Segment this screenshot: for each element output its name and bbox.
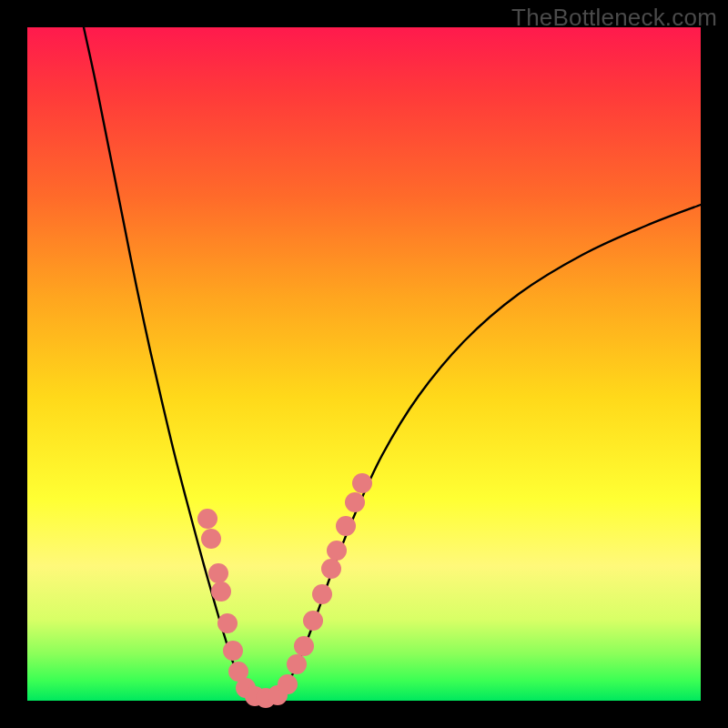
bead xyxy=(336,516,356,536)
plot-area xyxy=(27,27,701,701)
bead xyxy=(197,509,217,529)
bead xyxy=(312,584,332,604)
bead xyxy=(208,563,228,583)
bead xyxy=(321,559,341,579)
bead xyxy=(352,473,372,493)
bead xyxy=(294,636,314,656)
bead xyxy=(223,641,243,661)
chart-frame: TheBottleneck.com xyxy=(0,0,728,728)
bead xyxy=(211,581,231,602)
bead xyxy=(303,611,323,631)
bead xyxy=(217,613,238,633)
bead xyxy=(278,674,298,694)
curve-svg xyxy=(27,27,701,701)
bead xyxy=(327,541,347,561)
bead xyxy=(201,529,221,549)
bottleneck-curve xyxy=(84,27,701,699)
bead xyxy=(287,654,307,674)
bead xyxy=(345,492,365,512)
curve-beads xyxy=(197,473,372,708)
